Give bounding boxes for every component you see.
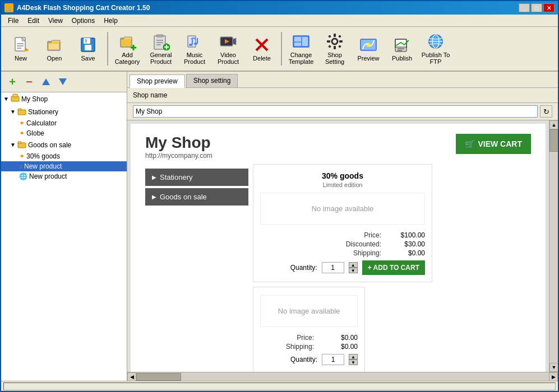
shipping-row-1: Shipping: $0.00 xyxy=(260,249,425,257)
menu-edit[interactable]: Edit xyxy=(23,16,44,26)
tree-item-my-shop[interactable]: ▼ My Shop xyxy=(1,92,127,105)
tree-item-globe[interactable]: ✦ Globe xyxy=(1,128,127,138)
svg-rect-34 xyxy=(334,46,336,49)
scroll-up-button[interactable]: ▲ xyxy=(549,120,558,129)
publish-button[interactable]: Publish xyxy=(386,30,418,68)
music-product-icon xyxy=(186,32,204,50)
qty-row-1: Quantity: ▲ ▼ + ADD TO CART xyxy=(260,260,425,275)
qty-down-1[interactable]: ▼ xyxy=(349,268,358,273)
svg-rect-37 xyxy=(328,35,331,38)
qty-up-2[interactable]: ▲ xyxy=(349,354,358,360)
change-template-button[interactable]: Change Template xyxy=(285,30,317,68)
shop-name-input[interactable] xyxy=(133,105,538,118)
cat-label: Goods on sale xyxy=(160,193,207,201)
shop-name-refresh-button[interactable]: ↻ xyxy=(540,105,552,118)
svg-rect-40 xyxy=(338,45,341,48)
scroll-track-v[interactable] xyxy=(549,129,558,363)
delete-icon xyxy=(253,36,271,54)
app-window: 🛒 A4Desk Flash Shopping Cart Creator 1.5… xyxy=(0,0,559,392)
preview-button[interactable]: Preview xyxy=(352,30,385,68)
tree-label: My Shop xyxy=(21,95,48,103)
add-category-button[interactable]: Add Category xyxy=(111,30,144,68)
tab-shop-setting[interactable]: Shop setting xyxy=(186,74,238,87)
remove-button[interactable]: − xyxy=(21,74,37,90)
save-button[interactable]: Save xyxy=(72,30,104,68)
tree-item-goods-on-sale[interactable]: ▼ Goods on sale xyxy=(1,138,127,151)
tab-shop-preview[interactable]: Shop preview xyxy=(130,74,185,88)
tree-label: Goods on sale xyxy=(28,141,71,149)
close-button[interactable]: ✕ xyxy=(543,3,555,12)
shipping-label-2: Shipping: xyxy=(286,343,314,351)
music-product-button[interactable]: Music Product xyxy=(178,30,211,68)
discount-label-1: Discounted: xyxy=(346,240,381,248)
scroll-left-button[interactable]: ◀ xyxy=(127,372,136,381)
toolbar: New Open Save Add Category General Pr xyxy=(1,27,558,72)
scroll-right-button[interactable]: ▶ xyxy=(549,372,558,381)
product-icon: ✦ xyxy=(19,152,25,160)
menu-view[interactable]: View xyxy=(44,16,67,26)
add-button[interactable]: + xyxy=(4,74,20,90)
shop-setting-icon xyxy=(326,32,344,50)
tree-item-new-product-1[interactable]: ♪ New product xyxy=(1,161,127,171)
svg-rect-9 xyxy=(85,39,87,43)
collapse-icon: ▼ xyxy=(10,142,16,148)
publish-icon xyxy=(393,36,411,54)
preview-wrapper: My Shop http://mycompany.com 🛒 VIEW CART xyxy=(127,120,558,372)
product-name-1: 30% goods xyxy=(260,171,425,180)
shipping-row-2: Shipping: $0.00 xyxy=(260,343,358,351)
video-product-icon xyxy=(219,32,237,50)
scroll-thumb-v[interactable] xyxy=(549,129,558,152)
preview-icon xyxy=(359,36,377,54)
tree-item-stationery[interactable]: ▼ Stationery xyxy=(1,105,127,118)
shop-header: My Shop http://mycompany.com 🛒 VIEW CART xyxy=(136,129,540,164)
video-product-button[interactable]: Video Product xyxy=(212,30,244,68)
save-icon xyxy=(79,36,97,54)
tree-label: Calculator xyxy=(26,119,57,127)
music-icon: ♪ xyxy=(19,162,22,170)
minimize-button[interactable]: _ xyxy=(519,3,530,12)
move-down-button[interactable] xyxy=(55,74,71,90)
discount-row-1: Discounted: $30.00 xyxy=(260,240,425,248)
add-to-cart-1[interactable]: + ADD TO CART xyxy=(362,260,425,275)
publish-ftp-button[interactable]: Publish To FTP xyxy=(419,30,452,68)
tree-label: Stationery xyxy=(28,108,58,116)
general-product-button[interactable]: General Product xyxy=(145,30,177,68)
new-button[interactable]: New xyxy=(4,30,37,68)
qty-input-2[interactable] xyxy=(322,354,344,365)
category-nav: ▶ Stationery ▶ Goods on sale xyxy=(141,164,253,372)
product-subtitle-1: Limited edition xyxy=(260,181,425,188)
price-val-1: $100.00 xyxy=(386,231,425,239)
svg-rect-39 xyxy=(328,45,331,48)
category-stationery[interactable]: ▶ Stationery xyxy=(145,169,248,186)
general-product-label: General Product xyxy=(146,52,175,65)
add-category-icon xyxy=(118,32,136,50)
qty-spinner-1: ▲ ▼ xyxy=(349,262,358,273)
delete-button[interactable]: Delete xyxy=(246,30,278,68)
menu-options[interactable]: Options xyxy=(67,16,99,26)
qty-down-2[interactable]: ▼ xyxy=(349,360,358,365)
qty-input-1[interactable] xyxy=(322,262,344,273)
qty-up-1[interactable]: ▲ xyxy=(349,262,358,268)
maximize-button[interactable]: □ xyxy=(531,3,542,12)
category-goods-on-sale[interactable]: ▶ Goods on sale xyxy=(145,188,248,206)
toolbar-sep-2 xyxy=(281,32,282,66)
shop-content: My Shop http://mycompany.com 🛒 VIEW CART xyxy=(131,124,546,372)
svg-rect-5 xyxy=(49,44,59,49)
tree-item-30pct-goods[interactable]: ✦ 30% goods xyxy=(1,151,127,161)
shipping-val-1: $0.00 xyxy=(386,249,425,257)
menu-help[interactable]: Help xyxy=(99,16,122,26)
scroll-thumb-h[interactable] xyxy=(136,373,181,381)
shop-setting-button[interactable]: Shop Setting xyxy=(318,30,351,68)
tree-item-new-product-2[interactable]: 🌐 New product xyxy=(1,171,127,181)
svg-marker-24 xyxy=(233,38,236,45)
shop-icon xyxy=(11,94,20,104)
scroll-track-h[interactable] xyxy=(136,372,549,381)
move-up-button[interactable] xyxy=(38,74,54,90)
open-label: Open xyxy=(47,55,62,62)
open-button[interactable]: Open xyxy=(38,30,71,68)
view-cart-button[interactable]: 🛒 VIEW CART xyxy=(456,134,531,154)
scroll-down-button[interactable]: ▼ xyxy=(549,363,558,372)
tree-item-calculator[interactable]: ✦ Calculator xyxy=(1,118,127,128)
publish-ftp-icon xyxy=(427,32,445,50)
menu-file[interactable]: File xyxy=(3,16,23,26)
